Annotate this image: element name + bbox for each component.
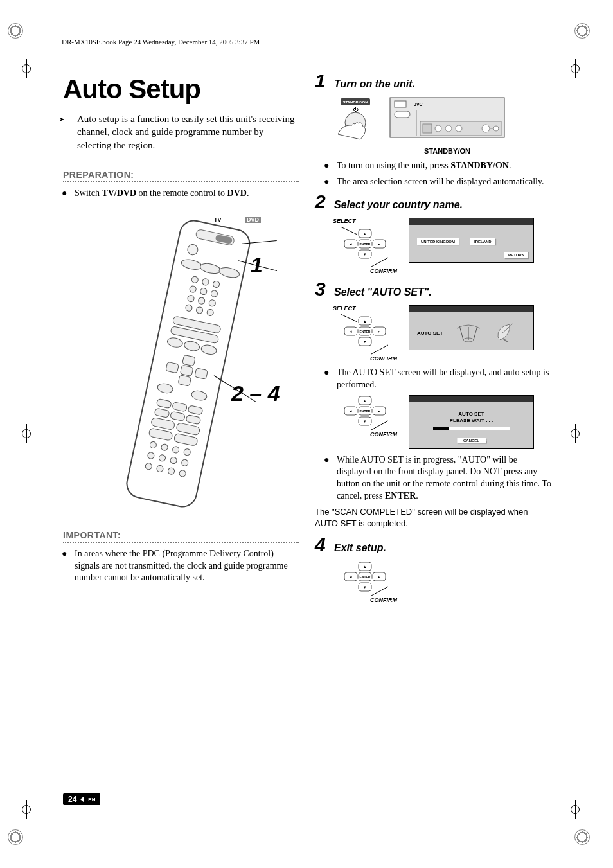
crop-mark-icon — [8, 829, 23, 845]
svg-text:ENTER: ENTER — [360, 575, 371, 579]
standby-button-figure: STANDBY/ON ⏻ — [333, 97, 378, 142]
page-header-text: DR-MX10SE.book Page 24 Wednesday, Decemb… — [62, 38, 260, 46]
remote-control-figure: TV DVD 1 2 – 4 — [63, 215, 299, 511]
crop-target-icon — [17, 800, 36, 819]
svg-point-67 — [435, 125, 441, 132]
divider — [63, 542, 299, 543]
callout-2-4: 2 – 4 — [231, 381, 280, 406]
svg-point-71 — [493, 126, 499, 131]
intro-text: ➤Auto setup is a function to easily set … — [63, 112, 299, 152]
preparation-label: PREPARATION: — [63, 170, 299, 180]
page-footer: 24 EN — [63, 793, 100, 805]
antenna-icon — [456, 322, 481, 342]
dpad-icon: ▴ ◂ ENTER ▸ ▾ — [333, 561, 397, 598]
svg-rect-61 — [395, 101, 406, 107]
crop-mark-icon — [574, 829, 590, 845]
svg-line-100 — [474, 326, 477, 340]
step-number: 3 — [315, 279, 329, 299]
right-column: 1 Turn on the unit. STANDBY/ON ⏻ JVC — [315, 67, 551, 608]
svg-point-70 — [482, 125, 490, 132]
svg-line-103 — [371, 421, 388, 430]
scan-completed-text: The "SCAN COMPLETED" screen will be disp… — [315, 506, 551, 529]
dpad-icon: ▴ ◂ ENTER ▸ ▾ — [333, 226, 397, 269]
step1-bullet-2: ●The area selection screen will be displ… — [325, 176, 551, 188]
step-1-header: 1 Turn on the unit. — [315, 71, 551, 91]
svg-line-86 — [371, 345, 388, 354]
svg-text:ENTER: ENTER — [360, 330, 371, 333]
callout-1: 1 — [251, 252, 263, 278]
step-2-figure: SELECT ▴ ◂ ENTER ▸ ▾ CONFIRM UNITED KING… — [333, 218, 551, 274]
autoset-line2: PLEASE WAIT . . . — [417, 418, 526, 424]
svg-text:ENTER: ENTER — [360, 409, 371, 413]
option-ireland: IRELAND — [470, 238, 495, 245]
step-1-figure: STANDBY/ON ⏻ JVC — [333, 97, 551, 155]
svg-text:◂: ◂ — [350, 242, 352, 247]
left-column: Auto Setup ➤Auto setup is a function to … — [63, 67, 299, 608]
step-4-header: 4 Exit setup. — [315, 535, 551, 554]
arrow-icon: ➤ — [68, 115, 77, 124]
svg-text:STANDBY/ON: STANDBY/ON — [342, 100, 368, 104]
svg-line-85 — [341, 314, 357, 322]
unit-front-figure: JVC — [389, 97, 505, 142]
step-3-header: 3 Select "AUTO SET". — [315, 279, 551, 299]
select-label: SELECT — [333, 305, 397, 312]
svg-text:▾: ▾ — [364, 585, 366, 590]
svg-text:▾: ▾ — [364, 252, 366, 257]
step1-bullet-1: ●To turn on using the unit, press STANDB… — [325, 160, 551, 172]
important-bullet: ●In areas where the PDC (Programme Deliv… — [63, 548, 299, 585]
step-3-figure-a: SELECT ▴ ◂ ENTER ▸ ▾ CONFIRM AUTO SET — [333, 305, 551, 362]
autoset-line1: AUTO SET — [417, 411, 526, 418]
bullet-dot-icon: ● — [68, 188, 75, 200]
step-number: 4 — [315, 535, 329, 554]
svg-rect-66 — [423, 124, 432, 133]
svg-line-102 — [503, 339, 508, 342]
page-number: 24 — [68, 795, 76, 804]
svg-point-68 — [445, 125, 452, 132]
svg-text:JVC: JVC — [414, 102, 423, 107]
crop-target-icon — [565, 800, 585, 819]
bullet-dot-icon: ● — [330, 160, 337, 172]
crop-mark-icon — [574, 23, 590, 39]
select-label: SELECT — [333, 218, 397, 224]
svg-text:⏻: ⏻ — [353, 107, 359, 112]
option-uk: UNITED KINGDOM — [417, 238, 459, 245]
svg-text:◂: ◂ — [350, 329, 352, 334]
cancel-button: CANCEL — [457, 438, 486, 443]
bullet-dot-icon: ● — [330, 176, 337, 188]
svg-line-73 — [341, 227, 357, 235]
svg-line-99 — [459, 326, 463, 340]
svg-line-74 — [371, 258, 388, 267]
svg-text:▸: ▸ — [378, 242, 380, 247]
dish-icon — [494, 322, 520, 342]
autoset-wait-screen: AUTO SET PLEASE WAIT . . . CANCEL — [409, 395, 534, 449]
step-title: Select your country name. — [334, 199, 463, 211]
crop-target-icon — [17, 424, 36, 443]
step-title: Turn on the unit. — [334, 78, 415, 90]
tv-label: TV — [214, 217, 222, 223]
country-screen: UNITED KINGDOM IRELAND RETURN — [409, 218, 534, 263]
important-label: IMPORTANT: — [63, 530, 299, 540]
svg-line-114 — [371, 587, 388, 596]
svg-text:ENTER: ENTER — [360, 242, 371, 246]
step-number: 2 — [315, 192, 329, 211]
page-title: Auto Setup — [63, 74, 299, 105]
lang-label: EN — [88, 797, 95, 802]
preparation-bullet: ●Switch TV/DVD on the remote control to … — [63, 188, 299, 200]
progress-bar — [433, 427, 510, 430]
step3-bullet-2: ●While AUTO SET is in progress, "AUTO" w… — [325, 454, 551, 503]
bullet-dot-icon: ● — [330, 367, 337, 379]
svg-text:▴: ▴ — [364, 564, 366, 569]
svg-rect-63 — [395, 111, 410, 118]
autoset-screen: AUTO SET — [409, 305, 534, 350]
svg-text:◂: ◂ — [350, 574, 352, 580]
crop-target-icon — [565, 424, 585, 443]
dpad-icon: ▴ ◂ ENTER ▸ ▾ — [333, 395, 397, 432]
autoset-label: AUTO SET — [417, 328, 443, 336]
crop-target-icon — [17, 59, 36, 78]
svg-point-69 — [456, 125, 462, 132]
dpad-icon: ▴ ◂ ENTER ▸ ▾ — [333, 313, 397, 357]
step-2-header: 2 Select your country name. — [315, 192, 551, 211]
svg-text:▾: ▾ — [364, 339, 366, 344]
step-3-figure-b: ▴ ◂ ENTER ▸ ▾ CONFIRM AUTO SET PLEASE WA… — [333, 395, 551, 449]
standby-caption: STANDBY/ON — [389, 147, 505, 155]
